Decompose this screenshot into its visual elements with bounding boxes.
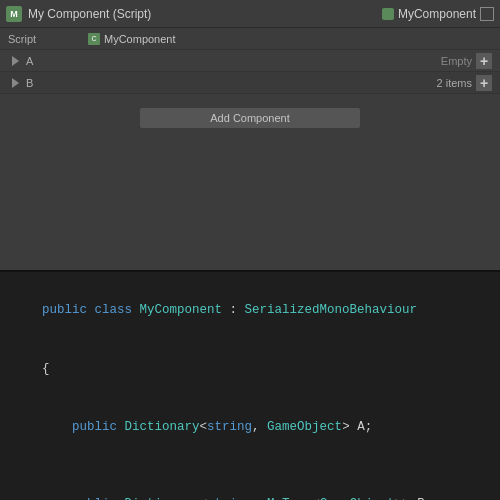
lt-1: < — [200, 420, 208, 434]
gt-1: > — [342, 420, 357, 434]
indent-1 — [42, 420, 72, 434]
field-a-add-button[interactable]: + — [476, 53, 492, 69]
field-a: A; — [357, 420, 372, 434]
tab-label: MyComponent — [398, 7, 476, 21]
maximize-icon[interactable] — [480, 7, 494, 21]
brace-open-1: { — [42, 362, 50, 376]
field-a-row: A Empty + — [0, 50, 500, 72]
script-file-icon: C — [88, 33, 100, 45]
field-b-row: B 2 items + — [0, 72, 500, 94]
code-line-2: { — [12, 340, 488, 398]
title-bar: M My Component (Script) MyComponent — [0, 0, 500, 28]
add-component-area: Add Component — [0, 94, 500, 270]
kw-class-1: class — [95, 303, 140, 317]
kw-public-1: public — [42, 303, 95, 317]
script-row: Script C MyComponent — [0, 28, 500, 50]
code-line-5: public Dictionary<string, MyType<GameObj… — [12, 476, 488, 500]
arrow-right-icon — [12, 56, 19, 66]
script-name: MyComponent — [104, 33, 176, 45]
class-mycomponent: MyComponent — [140, 303, 223, 317]
field-b-arrow[interactable] — [8, 76, 22, 90]
colon-1: : — [222, 303, 245, 317]
field-b-add-button[interactable]: + — [476, 75, 492, 91]
code-panel: public class MyComponent : SerializedMon… — [0, 270, 500, 500]
type-gameobj-1: GameObject — [267, 420, 342, 434]
window-title: My Component (Script) — [28, 7, 151, 21]
code-line-3: public Dictionary<string, GameObject> A; — [12, 398, 488, 456]
code-line-4 — [12, 456, 488, 475]
title-bar-controls: MyComponent — [382, 7, 494, 21]
arrow-right-b-icon — [12, 78, 19, 88]
type-string-1: string — [207, 420, 252, 434]
add-component-button[interactable]: Add Component — [140, 108, 360, 128]
field-a-arrow[interactable] — [8, 54, 22, 68]
field-b-value: 2 items — [437, 77, 472, 89]
inspector-panel: M My Component (Script) MyComponent Scri… — [0, 0, 500, 270]
script-value: C MyComponent — [88, 33, 176, 45]
field-a-label: A — [26, 55, 441, 67]
field-b-label: B — [26, 77, 437, 89]
field-a-value: Empty — [441, 55, 472, 67]
type-dict-1: Dictionary — [125, 420, 200, 434]
kw-public-2: public — [72, 420, 125, 434]
class-serialized: SerializedMonoBehaviour — [245, 303, 418, 317]
comma-1: , — [252, 420, 267, 434]
tab-icon — [382, 8, 394, 20]
script-label: Script — [8, 33, 88, 45]
code-line-1: public class MyComponent : SerializedMon… — [12, 282, 488, 340]
component-icon: M — [6, 6, 22, 22]
